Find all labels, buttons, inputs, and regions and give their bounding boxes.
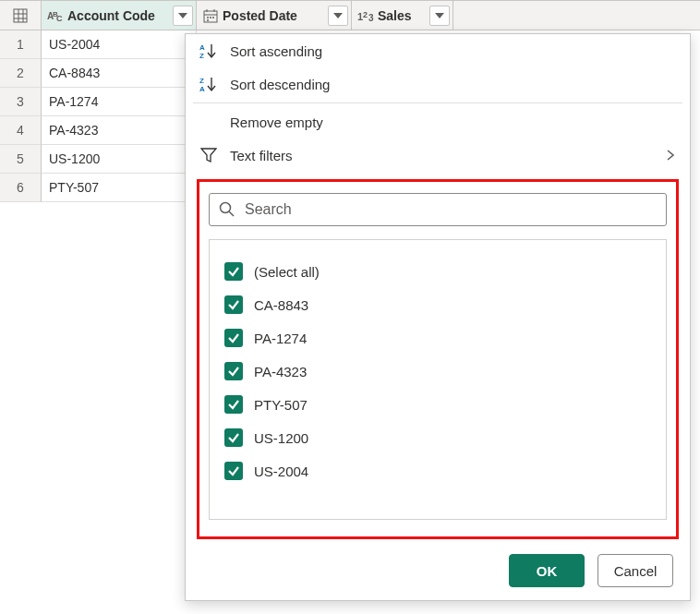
- chevron-down-icon: [435, 13, 444, 18]
- column-header-posted-date[interactable]: Posted Date: [197, 1, 352, 30]
- filter-icon: [199, 147, 219, 163]
- cell-account-code[interactable]: US-2004: [42, 30, 197, 58]
- svg-point-13: [207, 17, 209, 18]
- sort-desc-icon: ZA: [199, 76, 219, 92]
- filter-option[interactable]: CA-8843: [224, 288, 651, 321]
- checkbox-checked-icon[interactable]: [224, 295, 243, 314]
- filter-option-label: PTY-507: [254, 397, 308, 413]
- row-number[interactable]: 6: [0, 174, 42, 202]
- column-filter-dropdown[interactable]: [173, 6, 193, 26]
- date-type-icon: [202, 8, 219, 23]
- svg-marker-8: [178, 13, 187, 18]
- svg-marker-17: [333, 13, 343, 18]
- checkbox-checked-icon[interactable]: [224, 395, 243, 414]
- number-type-icon: 123: [357, 8, 374, 23]
- checkbox-checked-icon[interactable]: [224, 462, 243, 480]
- svg-text:A: A: [199, 43, 205, 52]
- cell-account-code[interactable]: PA-4323: [42, 116, 197, 144]
- row-number[interactable]: 4: [0, 116, 42, 145]
- svg-point-15: [212, 17, 214, 18]
- svg-text:3: 3: [368, 13, 374, 23]
- column-header-account-code[interactable]: ABC Account Code: [42, 1, 197, 30]
- filter-option[interactable]: PA-4323: [224, 355, 651, 388]
- menu-sort-ascending[interactable]: AZ Sort ascending: [186, 34, 690, 67]
- chevron-down-icon: [333, 13, 343, 18]
- svg-point-16: [207, 19, 209, 21]
- svg-marker-21: [435, 13, 444, 18]
- filter-option-label: (Select all): [254, 264, 320, 280]
- chevron-right-icon: [666, 149, 675, 162]
- row-number[interactable]: 2: [0, 59, 42, 88]
- sort-asc-icon: AZ: [199, 42, 219, 59]
- row-number-gutter: 1 2 3 4 5 6: [0, 30, 42, 202]
- menu-sort-descending[interactable]: ZA Sort descending: [186, 67, 690, 101]
- filter-option-label: PA-4323: [254, 364, 307, 379]
- column-filter-menu: AZ Sort ascending ZA Sort descending Rem…: [185, 33, 691, 601]
- search-icon: [219, 201, 235, 218]
- svg-text:A: A: [199, 85, 205, 92]
- filter-option[interactable]: PA-1274: [224, 321, 651, 355]
- svg-text:C: C: [56, 14, 63, 23]
- cell-account-code[interactable]: PA-1274: [42, 88, 197, 115]
- cancel-button[interactable]: Cancel: [597, 554, 673, 587]
- menu-item-label: Sort descending: [230, 77, 330, 92]
- svg-line-30: [229, 211, 234, 216]
- checkbox-checked-icon[interactable]: [224, 428, 243, 447]
- filter-option[interactable]: US-1200: [224, 421, 651, 454]
- column-label: Posted Date: [223, 8, 328, 23]
- column-label: Sales: [378, 8, 429, 23]
- column-filter-dropdown[interactable]: [328, 6, 348, 26]
- cell-account-code[interactable]: CA-8843: [42, 59, 197, 87]
- menu-text-filters[interactable]: Text filters: [186, 138, 690, 172]
- svg-point-14: [210, 17, 211, 18]
- filter-option-label: PA-1274: [254, 331, 307, 346]
- column-filter-dropdown[interactable]: [429, 6, 450, 26]
- menu-item-label: Text filters: [230, 148, 293, 163]
- menu-item-label: Sort ascending: [230, 43, 322, 59]
- checkbox-checked-icon[interactable]: [224, 262, 243, 281]
- filter-values-panel: (Select all) CA-8843 PA-1274 PA-4323 PTY…: [197, 179, 679, 539]
- row-number[interactable]: 1: [0, 30, 42, 59]
- filter-option-label: US-1200: [254, 430, 308, 446]
- menu-separator: [193, 102, 682, 103]
- filter-options-list: (Select all) CA-8843 PA-1274 PA-4323 PTY…: [209, 239, 667, 520]
- menu-item-label: Remove empty: [230, 114, 323, 130]
- svg-text:2: 2: [363, 10, 368, 19]
- chevron-down-icon: [178, 13, 187, 18]
- filter-option-label: US-2004: [254, 464, 308, 479]
- table-icon: [13, 8, 28, 23]
- cell-account-code[interactable]: PTY-507: [42, 174, 197, 201]
- svg-text:Z: Z: [199, 77, 204, 85]
- row-number[interactable]: 5: [0, 145, 42, 174]
- filter-search-box[interactable]: [209, 193, 667, 226]
- filter-option[interactable]: US-2004: [224, 454, 651, 488]
- filter-option-label: CA-8843: [254, 297, 308, 313]
- menu-remove-empty[interactable]: Remove empty: [186, 105, 690, 138]
- svg-marker-28: [201, 149, 216, 162]
- svg-point-29: [221, 203, 231, 213]
- checkbox-checked-icon[interactable]: [224, 329, 243, 347]
- checkbox-checked-icon[interactable]: [224, 362, 243, 380]
- svg-rect-0: [14, 9, 27, 22]
- ok-button[interactable]: OK: [509, 554, 585, 587]
- svg-text:Z: Z: [199, 52, 204, 59]
- row-number[interactable]: 3: [0, 88, 42, 116]
- cell-account-code[interactable]: US-1200: [42, 145, 197, 173]
- select-all-rows-handle[interactable]: [0, 1, 42, 30]
- filter-option-select-all[interactable]: (Select all): [224, 255, 651, 288]
- column-label: Account Code: [67, 8, 173, 23]
- text-type-icon: ABC: [47, 8, 64, 23]
- filter-option[interactable]: PTY-507: [224, 388, 651, 421]
- filter-search-input[interactable]: [243, 200, 666, 219]
- column-header-sales[interactable]: 123 Sales: [352, 1, 453, 30]
